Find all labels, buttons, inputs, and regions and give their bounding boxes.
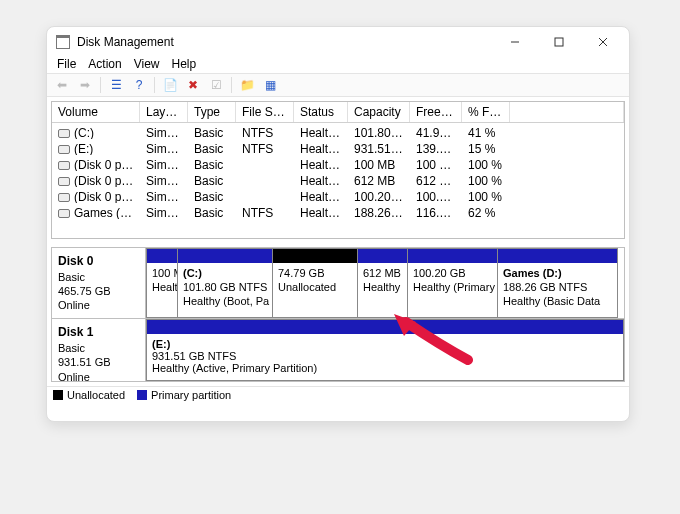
svg-rect-1 xyxy=(555,38,563,46)
disk1-label: (E:) xyxy=(152,338,170,350)
disk1[interactable]: Disk 1 Basic 931.51 GB Online (E:) 931.5… xyxy=(52,319,624,381)
action4-button[interactable]: ▦ xyxy=(259,75,281,95)
column-headers: Volume Layout Type File System Status Ca… xyxy=(52,102,624,123)
minimize-button[interactable] xyxy=(493,27,537,57)
col-type[interactable]: Type xyxy=(188,102,236,122)
partition-primary[interactable]: (C:)101.80 GB NTFSHealthy (Boot, Pa xyxy=(178,248,273,318)
maximize-button[interactable] xyxy=(537,27,581,57)
partition-unallocated[interactable]: 74.79 GBUnallocated xyxy=(273,248,358,318)
col-blank xyxy=(510,102,624,122)
menu-help[interactable]: Help xyxy=(172,57,197,71)
disk1-sub2: Healthy (Active, Primary Partition) xyxy=(152,362,317,374)
legend: Unallocated Primary partition xyxy=(47,386,629,403)
menu-action[interactable]: Action xyxy=(88,57,121,71)
menu-file[interactable]: File xyxy=(57,57,76,71)
close-button[interactable] xyxy=(581,27,625,57)
back-button[interactable]: ⬅ xyxy=(51,75,73,95)
partition-primary[interactable]: 100 MHealt xyxy=(146,248,178,318)
partition-primary[interactable]: 612 MBHealthy xyxy=(358,248,408,318)
col-layout[interactable]: Layout xyxy=(140,102,188,122)
menubar: File Action View Help xyxy=(47,57,629,73)
app-icon xyxy=(55,34,71,50)
volume-list[interactable]: Volume Layout Type File System Status Ca… xyxy=(51,101,625,239)
disk1-stripe xyxy=(147,320,623,334)
partition-primary[interactable]: Games (D:)188.26 GB NTFSHealthy (Basic D… xyxy=(498,248,618,318)
table-row[interactable]: (Disk 0 partitio...SimpleBasicHealthy ..… xyxy=(52,171,624,187)
disk0-size: 465.75 GB xyxy=(58,285,111,297)
window-title: Disk Management xyxy=(77,35,493,49)
disk0-type: Basic xyxy=(58,271,85,283)
toolbar: ⬅ ➡ ☰ ? 📄 ✖ ☑ 📁 ▦ xyxy=(47,73,629,97)
disk1-header: Disk 1 Basic 931.51 GB Online xyxy=(52,319,146,381)
col-pfree[interactable]: % Free xyxy=(462,102,510,122)
forward-button[interactable]: ➡ xyxy=(74,75,96,95)
disk0-name: Disk 0 xyxy=(58,254,93,268)
help-button[interactable]: ? xyxy=(128,75,150,95)
legend-unallocated: Unallocated xyxy=(67,389,125,401)
menu-view[interactable]: View xyxy=(134,57,160,71)
disk1-size: 931.51 GB xyxy=(58,356,111,368)
disk-management-window: Disk Management File Action View Help ⬅ … xyxy=(46,26,630,422)
delete-button[interactable]: ✖ xyxy=(182,75,204,95)
action1-button[interactable]: 📄 xyxy=(159,75,181,95)
disk0-state: Online xyxy=(58,299,90,311)
refresh-button[interactable]: ☰ xyxy=(105,75,127,95)
col-capacity[interactable]: Capacity xyxy=(348,102,410,122)
disk1-partition[interactable]: (E:) 931.51 GB NTFS Healthy (Active, Pri… xyxy=(146,319,624,381)
action3-button[interactable]: 📁 xyxy=(236,75,258,95)
partition-primary[interactable]: 100.20 GBHealthy (Primary xyxy=(408,248,498,318)
table-row[interactable]: (Disk 0 partitio...SimpleBasicHealthy ..… xyxy=(52,187,624,203)
col-filesystem[interactable]: File System xyxy=(236,102,294,122)
disk1-sub: 931.51 GB NTFS xyxy=(152,350,236,362)
table-row[interactable]: (E:)SimpleBasicNTFSHealthy ...931.51 GB1… xyxy=(52,139,624,155)
disk1-state: Online xyxy=(58,371,90,383)
table-row[interactable]: (C:)SimpleBasicNTFSHealthy ...101.80 GB4… xyxy=(52,123,624,139)
disk1-name: Disk 1 xyxy=(58,325,93,339)
table-row[interactable]: (Disk 0 partitio...SimpleBasicHealthy ..… xyxy=(52,155,624,171)
disk-map: Disk 0 Basic 465.75 GB Online 100 MHealt… xyxy=(51,247,625,382)
disk0[interactable]: Disk 0 Basic 465.75 GB Online 100 MHealt… xyxy=(52,248,624,319)
swatch-unallocated xyxy=(53,390,63,400)
legend-primary: Primary partition xyxy=(151,389,231,401)
titlebar[interactable]: Disk Management xyxy=(47,27,629,57)
swatch-primary xyxy=(137,390,147,400)
col-free[interactable]: Free S... xyxy=(410,102,462,122)
disk1-type: Basic xyxy=(58,342,85,354)
table-row[interactable]: Games (D:)SimpleBasicNTFSHealthy ...188.… xyxy=(52,203,624,219)
col-volume[interactable]: Volume xyxy=(52,102,140,122)
col-status[interactable]: Status xyxy=(294,102,348,122)
disk0-header: Disk 0 Basic 465.75 GB Online xyxy=(52,248,146,318)
action2-button[interactable]: ☑ xyxy=(205,75,227,95)
